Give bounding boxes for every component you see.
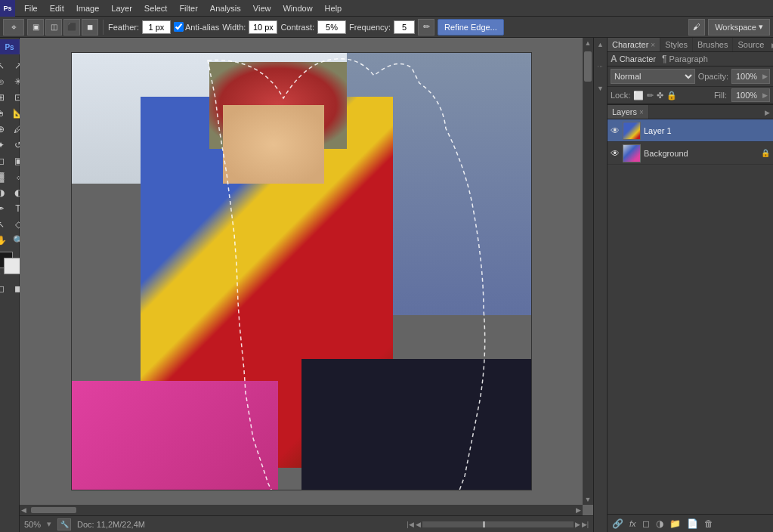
h-scroll-thumb[interactable] <box>31 507 76 513</box>
dodge-tool[interactable]: ◑ <box>0 185 9 200</box>
add-mask-btn[interactable]: ◻ <box>641 517 651 530</box>
clone-stamp-tool[interactable]: ✦ <box>0 138 9 153</box>
link-layers-btn[interactable]: 🔗 <box>611 517 625 530</box>
panel-menu-btn[interactable]: ▶ <box>768 38 773 51</box>
menu-image[interactable]: Image <box>70 2 106 14</box>
refine-edge-button[interactable]: Refine Edge... <box>438 19 504 36</box>
timeline-bar[interactable] <box>422 521 574 527</box>
gradient-tool[interactable]: ▓ <box>0 169 9 184</box>
main-area: Ps ↖ ↗ ⌾ ✳ ⊞ ⊡ 🖱 📐 ⊕ 🖊 ✦ ↺ ◻ ▣ <box>0 38 773 532</box>
view-btn-2[interactable]: ◫ <box>45 19 62 36</box>
menu-layer[interactable]: Layer <box>105 2 138 14</box>
v-scrollbar[interactable]: ▲ ▼ <box>583 38 593 505</box>
eraser-tool[interactable]: ◻ <box>0 153 9 169</box>
menu-select[interactable]: Select <box>138 2 174 14</box>
tab-layers[interactable]: Layers × <box>608 105 649 119</box>
fill-control[interactable]: ▶ <box>731 88 770 102</box>
feather-input[interactable] <box>142 20 171 34</box>
menu-analysis[interactable]: Analysis <box>204 2 247 14</box>
canvas-area[interactable]: ▲ ▼ ◀ ▶ <box>20 38 593 515</box>
delete-layer-btn[interactable]: 🗑 <box>703 517 715 530</box>
healing-brush-tool[interactable]: ⊕ <box>0 122 9 137</box>
contrast-input[interactable] <box>317 20 346 34</box>
lasso-tool[interactable]: ⌾ <box>0 74 9 89</box>
panel-resize-handle[interactable]: ⋮ <box>596 51 605 82</box>
pen-tool-btn[interactable]: ✏ <box>418 19 434 36</box>
new-layer-btn[interactable]: 📄 <box>685 517 700 530</box>
move-tool[interactable]: ↖ <box>0 58 9 73</box>
menu-filter[interactable]: Filter <box>173 2 203 14</box>
opacity-input[interactable] <box>732 70 761 83</box>
zoom-menu-btn[interactable]: ▾ <box>47 519 51 529</box>
timeline-prev-btn[interactable]: ◀ <box>416 521 421 528</box>
opacity-control[interactable]: ▶ <box>731 69 770 84</box>
eyedropper-tool[interactable]: 🖱 <box>0 106 9 121</box>
brush-options-btn[interactable]: 🖌 <box>688 19 705 36</box>
pen-path-tool[interactable]: ✒ <box>0 201 9 216</box>
new-group-btn[interactable]: 📁 <box>668 517 682 530</box>
menu-view[interactable]: View <box>247 2 277 14</box>
h-scroll-left-arrow[interactable]: ◀ <box>20 506 28 514</box>
v-scroll-thumb[interactable] <box>584 51 592 82</box>
timeline-next-btn[interactable]: ▶ <box>575 521 580 528</box>
antialias-checkbox[interactable] <box>174 22 184 32</box>
menu-edit[interactable]: Edit <box>44 2 70 14</box>
v-scroll-up-arrow[interactable]: ▲ <box>583 38 593 48</box>
tab-character[interactable]: Character × <box>608 38 660 51</box>
paragraph-label: Paragraph <box>669 54 707 63</box>
view-btn-3[interactable]: ⬛ <box>63 19 80 36</box>
tab-styles[interactable]: Styles <box>660 38 693 51</box>
layer-item-1[interactable]: 👁 Layer 1 <box>608 119 773 142</box>
tab-brushes[interactable]: Brushes <box>693 38 733 51</box>
layers-panel-menu-btn[interactable]: ▶ <box>762 105 773 119</box>
character-subtab[interactable]: A Character <box>611 54 656 64</box>
lock-position-icon[interactable]: ✤ <box>657 91 663 101</box>
tab-source[interactable]: Source <box>733 38 768 51</box>
lock-row: Lock: ⬜ ✏ ✤ 🔒 Fill: ▶ <box>608 87 773 104</box>
menu-file[interactable]: File <box>18 2 44 14</box>
crop-tool[interactable]: ⊞ <box>0 90 9 105</box>
tab-layers-close[interactable]: × <box>639 108 644 116</box>
width-input[interactable] <box>249 20 277 34</box>
menu-help[interactable]: Help <box>319 2 348 14</box>
workspace-button[interactable]: Workspace ▾ <box>708 19 770 36</box>
view-btn-4[interactable]: ◼ <box>82 19 98 36</box>
lock-all-icon[interactable]: 🔒 <box>666 91 677 101</box>
layer-1-eye-icon[interactable]: 👁 <box>611 125 620 136</box>
zoom-level: 50% <box>24 520 41 529</box>
tab-character-close[interactable]: × <box>651 41 655 49</box>
v-scroll-down-arrow[interactable]: ▼ <box>583 494 593 505</box>
path-selection-tool[interactable]: ↖ <box>0 217 9 232</box>
opacity-arrow[interactable]: ▶ <box>761 73 769 80</box>
h-scroll-right-arrow[interactable]: ▶ <box>574 506 583 514</box>
fill-input[interactable] <box>732 89 761 101</box>
panel-tabs-row: Character × Styles Brushes Source ▶ <box>608 38 773 52</box>
adjustment-layer-btn[interactable]: ◑ <box>654 517 665 530</box>
view-btn-1[interactable]: ▣ <box>27 19 44 36</box>
quick-mask-off[interactable]: ◻ <box>0 281 9 296</box>
swap-colors-icon[interactable]: ⇄ <box>0 270 1 277</box>
fill-arrow[interactable]: ▶ <box>761 91 769 99</box>
info-icon: 🔧 <box>60 521 69 528</box>
v-scroll-track[interactable] <box>583 48 593 494</box>
lock-image-icon[interactable]: ✏ <box>647 91 654 101</box>
menu-window[interactable]: Window <box>277 2 318 14</box>
mini-arrow-down[interactable]: ▼ <box>595 83 605 94</box>
timeline-end-btn[interactable]: ▶| <box>582 521 589 528</box>
status-info-btn[interactable]: 🔧 <box>57 518 71 530</box>
blend-mode-select[interactable]: Normal <box>611 69 695 84</box>
frequency-input[interactable] <box>394 20 415 34</box>
lock-transparent-icon[interactable]: ⬜ <box>633 91 644 101</box>
mini-arrow-up[interactable]: ▲ <box>595 39 605 50</box>
paragraph-subtab[interactable]: ¶ Paragraph <box>662 54 708 64</box>
hand-tool[interactable]: ✋ <box>0 233 9 248</box>
layer-fx-btn[interactable]: fx <box>628 518 638 530</box>
tool-selector-btn[interactable]: ⌖ <box>3 19 24 36</box>
h-scrollbar[interactable]: ◀ ▶ <box>20 505 583 515</box>
layer-item-bg[interactable]: 👁 Background 🔒 <box>608 142 773 165</box>
layer-bg-eye-icon[interactable]: 👁 <box>611 148 620 159</box>
background-color[interactable] <box>4 258 20 274</box>
timeline-nav: |◀ ◀ ▶ ▶| <box>407 521 589 528</box>
h-scroll-track[interactable] <box>28 507 574 513</box>
timeline-start-btn[interactable]: |◀ <box>407 521 413 528</box>
